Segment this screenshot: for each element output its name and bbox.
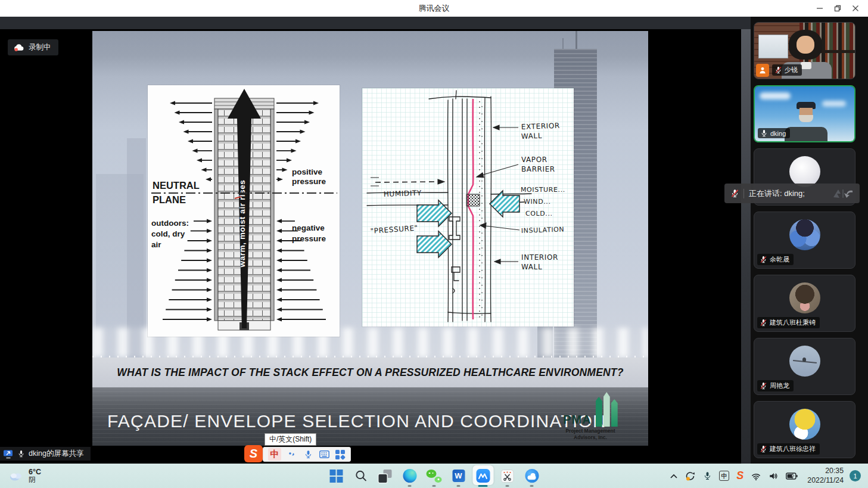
mic-icon (760, 129, 768, 137)
window-title: 腾讯会议 (0, 0, 868, 17)
ime-toolbar: 中 (263, 447, 351, 462)
tray-volume-icon[interactable] (765, 464, 782, 488)
participants-panel: 少锐 dking 余乾晟 建筑八班杜秉锜 周艳龙 (751, 17, 868, 464)
insulation-label: INSULATION (521, 225, 565, 235)
participant-tile[interactable]: 少锐 (754, 22, 855, 79)
snipping-tool-icon (501, 470, 514, 483)
taskbar-edge-button[interactable] (397, 464, 422, 488)
svg-text:WALL: WALL (521, 263, 542, 271)
outdoors-label: outdoors: (151, 219, 189, 228)
pma-logo: PMA Project Management Advisors, Inc. (546, 392, 635, 440)
search-icon (354, 470, 367, 482)
positive-pressure-label: positive (292, 167, 323, 176)
ime-punctuation-icon[interactable] (287, 449, 297, 460)
participant-tile[interactable]: 余乾晟 (754, 212, 855, 269)
participant-tile-speaking[interactable]: dking (754, 85, 855, 142)
svg-text:air: air (151, 240, 161, 249)
tray-battery-icon[interactable] (782, 464, 801, 488)
svg-text:BARRIER: BARRIER (521, 165, 555, 173)
mic-muted-icon (760, 319, 767, 327)
ime-voice-icon[interactable] (303, 449, 313, 460)
taskbar-qq-browser-button[interactable] (519, 464, 544, 488)
word-icon: W (452, 470, 465, 482)
taskbar-tencent-meeting-button[interactable] (471, 464, 495, 488)
minimize-button[interactable] (811, 0, 829, 17)
mic-muted-icon (730, 189, 739, 198)
qq-browser-icon (525, 469, 539, 483)
participant-tile[interactable]: 建筑八班徐忠祥 (754, 401, 855, 458)
slide-question: WHAT IS THE IMPACT OF THE STACK EFFECT O… (92, 358, 648, 387)
participant-name-badge: 建筑八班徐忠祥 (757, 443, 820, 455)
tray-wifi-icon[interactable] (747, 464, 765, 488)
taskbar-search-button[interactable] (349, 464, 373, 488)
participant-avatar (789, 282, 820, 313)
presentation-slide: warm, moist air rises positive pressure … (92, 31, 648, 446)
notification-count-badge[interactable]: 1 (850, 470, 861, 481)
svg-text:cold, dry: cold, dry (151, 229, 185, 238)
mic-muted-icon (760, 445, 767, 453)
windows-taskbar: 6°C 阴 W (0, 464, 868, 488)
tray-show-hidden-icons[interactable] (666, 464, 682, 488)
screen-share-icon (3, 449, 14, 459)
neutral-plane-label: NEUTRAL (153, 180, 200, 191)
taskbar-start-button[interactable] (324, 464, 349, 488)
wall-section-sketch: EXTERIOR WALL VAPOR BARRIER MOISTURE... … (362, 88, 574, 327)
tray-sogou-icon[interactable]: S (733, 464, 747, 488)
mic-icon (17, 450, 25, 458)
svg-text:COLD...: COLD... (525, 210, 553, 217)
participant-avatar (789, 409, 820, 440)
svg-text:pressure: pressure (292, 234, 326, 243)
restore-button[interactable] (829, 0, 847, 17)
close-button[interactable] (847, 0, 864, 17)
weather-condition: 阴 (29, 476, 41, 484)
participant-avatar (789, 219, 820, 250)
tray-mic-icon[interactable] (699, 464, 715, 488)
sidebar-resize-handle[interactable] (741, 29, 751, 464)
pma-letters: PMA (563, 413, 591, 427)
ime-keyboard-icon[interactable] (319, 449, 329, 460)
wechat-icon (427, 470, 442, 483)
reaction-icons[interactable] (831, 188, 855, 200)
moisture-label: MOISTURE... (521, 186, 565, 194)
tray-sync-icon[interactable] (682, 464, 699, 488)
participant-tile[interactable]: 周艳龙 (754, 338, 855, 395)
mic-muted-icon (760, 256, 767, 263)
edge-icon (403, 469, 416, 483)
tray-ime-indicator[interactable]: 中 (715, 464, 733, 488)
weather-cloud-icon (8, 471, 24, 481)
ime-toolbox-icon[interactable] (335, 449, 346, 460)
screen-share-stage: 录制中 (0, 29, 741, 464)
participant-avatar (789, 156, 820, 187)
recording-badge[interactable]: 录制中 (8, 39, 58, 55)
tray-clock[interactable]: 20:35 2022/11/24 (801, 467, 848, 486)
recording-label: 录制中 (29, 42, 51, 52)
share-banner-label: dking的屏幕共享 (29, 449, 83, 459)
negative-pressure-label: negative (292, 223, 325, 232)
weather-widget[interactable]: 6°C 阴 (8, 464, 41, 488)
ime-mode-toggle[interactable]: 中 (268, 448, 281, 461)
chevron-up-icon (670, 473, 678, 479)
slide-question-band: WHAT IS THE IMPACT OF THE STACK EFFECT O… (92, 358, 648, 387)
participant-video (754, 23, 855, 79)
sogou-logo[interactable]: S (244, 445, 263, 462)
meeting-toolbar-strip (0, 17, 751, 29)
clock-time: 20:35 (807, 467, 844, 476)
slide-footer-band: FAÇADE/ ENVELOPE SELECTION AND COORDINAT… (92, 387, 648, 446)
taskbar-snipping-tool-button[interactable] (495, 464, 519, 488)
pma-logo-bars (596, 392, 618, 427)
participant-name-badge: 少锐 (772, 64, 802, 76)
ime-tooltip: 中/英文(Shift) (265, 433, 316, 446)
weather-temp: 6°C (29, 468, 41, 476)
tencent-meeting-icon (476, 469, 490, 483)
humidity-label: HUMIDITY (384, 189, 422, 198)
taskbar-word-button[interactable]: W (446, 464, 471, 488)
task-view-icon (379, 470, 392, 483)
screen-preview-inset (758, 35, 788, 58)
svg-text:WIND...: WIND... (524, 198, 551, 206)
screen-share-banner: dking的屏幕共享 (0, 447, 91, 461)
svg-text:WALL: WALL (521, 132, 543, 141)
skyline-building (127, 138, 146, 359)
participant-tile[interactable]: 建筑八班杜秉锜 (754, 275, 855, 332)
taskbar-task-view-button[interactable] (373, 464, 397, 488)
taskbar-wechat-button[interactable] (422, 464, 446, 488)
